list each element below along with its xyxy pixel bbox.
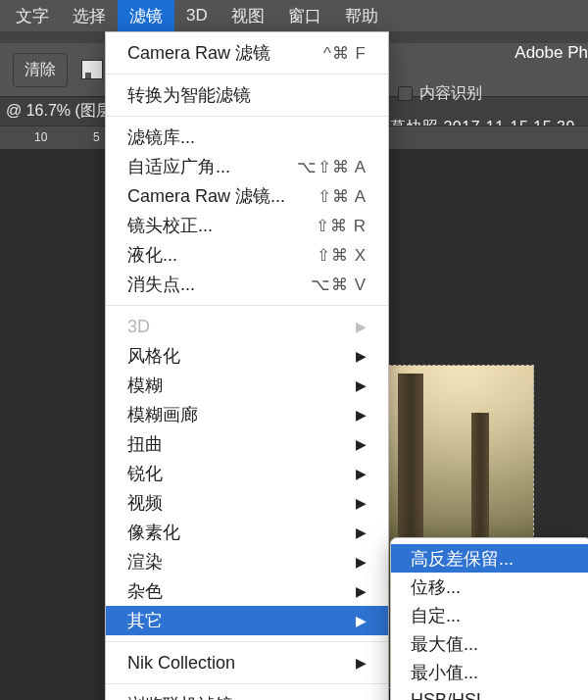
menu-item-label: 消失点... xyxy=(127,273,195,296)
menu-item-label: 模糊 xyxy=(127,374,163,397)
menu-item-label: 浏览联机滤镜... xyxy=(127,693,248,700)
menu-item-label: 其它 xyxy=(127,609,163,632)
submenu-item-offset[interactable]: 位移... xyxy=(391,573,588,601)
menu-item-label: Nik Collection xyxy=(127,653,235,674)
chevron-right-icon: ▶ xyxy=(356,319,367,334)
menu-item-camera-raw-repeat[interactable]: Camera Raw 滤镜 ^⌘ F xyxy=(106,38,388,68)
chevron-right-icon: ▶ xyxy=(356,407,367,423)
chevron-right-icon: ▶ xyxy=(356,377,367,393)
menu-view[interactable]: 视图 xyxy=(220,0,276,31)
menu-item-other[interactable]: 其它▶ xyxy=(106,606,388,635)
menu-item-label: 锐化 xyxy=(127,462,163,485)
menu-item-label: 风格化 xyxy=(127,344,180,368)
menu-item-label: 渲染 xyxy=(127,550,163,574)
menu-item-pixelate[interactable]: 像素化▶ xyxy=(106,518,388,547)
shortcut-label: ⇧⌘ A xyxy=(318,186,367,207)
image-icon[interactable] xyxy=(81,60,103,79)
chevron-right-icon: ▶ xyxy=(356,525,367,540)
chevron-right-icon: ▶ xyxy=(356,655,367,671)
menu-item-vanishing-point[interactable]: 消失点...⌥⌘ V xyxy=(106,270,388,299)
menubar: 文字 选择 滤镜 3D 视图 窗口 帮助 xyxy=(0,0,588,31)
menu-item-filter-gallery[interactable]: 滤镜库... xyxy=(106,123,388,152)
menu-item-label: 视频 xyxy=(127,491,163,515)
menu-item-blur-gallery[interactable]: 模糊画廊▶ xyxy=(106,400,388,429)
zoom-text: @ 16.7% (图层 xyxy=(6,101,112,122)
menu-item-3d: 3D▶ xyxy=(106,312,388,341)
menu-separator xyxy=(106,305,388,306)
content-aware-label: 内容识别 xyxy=(419,83,482,104)
chevron-right-icon: ▶ xyxy=(356,613,367,628)
other-submenu: 高反差保留... 位移... 自定... 最大值... 最小值... HSB/H… xyxy=(390,537,588,700)
menu-item-distort[interactable]: 扭曲▶ xyxy=(106,429,388,459)
content-aware-option[interactable]: 内容识别 xyxy=(398,83,482,104)
menu-window[interactable]: 窗口 xyxy=(276,0,333,31)
chevron-right-icon: ▶ xyxy=(356,554,367,570)
menu-item-label: 滤镜库... xyxy=(127,125,195,149)
menu-item-noise[interactable]: 杂色▶ xyxy=(106,576,388,606)
menu-item-label: 转换为智能滤镜 xyxy=(127,83,251,107)
menu-item-label: 自适应广角... xyxy=(127,155,230,178)
menu-filter[interactable]: 滤镜 xyxy=(118,0,174,31)
menu-item-nik-collection[interactable]: Nik Collection▶ xyxy=(106,648,388,677)
chevron-right-icon: ▶ xyxy=(356,583,367,599)
chevron-right-icon: ▶ xyxy=(356,348,367,364)
menu-item-browse-filters-online[interactable]: 浏览联机滤镜... xyxy=(106,690,388,700)
chevron-right-icon: ▶ xyxy=(356,466,367,481)
app-title: Adobe Ph xyxy=(514,43,588,63)
clear-button[interactable]: 清除 xyxy=(13,53,68,87)
submenu-item-high-pass[interactable]: 高反差保留... xyxy=(391,544,588,573)
menu-separator xyxy=(106,74,388,75)
menu-item-convert-smart-filter[interactable]: 转换为智能滤镜 xyxy=(106,80,388,110)
shortcut-label: ⇧⌘ X xyxy=(317,245,367,266)
checkbox-icon[interactable] xyxy=(398,86,413,101)
menu-select[interactable]: 选择 xyxy=(61,0,118,31)
submenu-item-minimum[interactable]: 最小值... xyxy=(391,658,588,686)
shortcut-label: ⌥⇧⌘ A xyxy=(297,157,367,177)
menu-item-liquify[interactable]: 液化...⇧⌘ X xyxy=(106,240,388,270)
menu-item-video[interactable]: 视频▶ xyxy=(106,488,388,518)
menu-help[interactable]: 帮助 xyxy=(333,0,390,31)
menu-item-adaptive-wide-angle[interactable]: 自适应广角...⌥⇧⌘ A xyxy=(106,152,388,181)
menu-separator xyxy=(106,683,388,684)
menu-text[interactable]: 文字 xyxy=(4,0,61,31)
submenu-item-maximum[interactable]: 最大值... xyxy=(391,629,588,658)
menu-item-label: Camera Raw 滤镜... xyxy=(127,184,285,208)
shortcut-label: ⇧⌘ R xyxy=(316,216,367,236)
menu-item-label: 像素化 xyxy=(127,521,180,544)
menu-item-render[interactable]: 渲染▶ xyxy=(106,547,388,576)
ruler-tick: 5 xyxy=(93,130,100,144)
menu-item-label: 杂色 xyxy=(127,579,163,603)
menu-item-label: Camera Raw 滤镜 xyxy=(127,41,270,65)
menu-item-lens-correction[interactable]: 镜头校正...⇧⌘ R xyxy=(106,211,388,240)
submenu-item-hsb-hsl[interactable]: HSB/HSL xyxy=(391,686,588,700)
shortcut-label: ⌥⌘ V xyxy=(311,275,367,295)
menu-item-blur[interactable]: 模糊▶ xyxy=(106,371,388,400)
menu-3d[interactable]: 3D xyxy=(174,0,220,31)
menu-item-camera-raw[interactable]: Camera Raw 滤镜...⇧⌘ A xyxy=(106,181,388,211)
menu-item-label: 液化... xyxy=(127,243,177,267)
menu-separator xyxy=(106,116,388,117)
filter-menu-dropdown: Camera Raw 滤镜 ^⌘ F 转换为智能滤镜 滤镜库... 自适应广角.… xyxy=(105,31,389,700)
menu-item-label: 扭曲 xyxy=(127,432,163,456)
menu-item-label: 模糊画廊 xyxy=(127,403,198,426)
menu-item-stylize[interactable]: 风格化▶ xyxy=(106,341,388,371)
menu-item-sharpen[interactable]: 锐化▶ xyxy=(106,459,388,488)
chevron-right-icon: ▶ xyxy=(356,495,367,511)
submenu-item-custom[interactable]: 自定... xyxy=(391,601,588,629)
chevron-right-icon: ▶ xyxy=(356,436,367,452)
shortcut-label: ^⌘ F xyxy=(323,43,367,64)
ruler-tick: 10 xyxy=(34,130,47,144)
menu-separator xyxy=(106,641,388,642)
menu-item-label: 3D xyxy=(127,317,150,337)
menu-item-label: 镜头校正... xyxy=(127,214,213,237)
